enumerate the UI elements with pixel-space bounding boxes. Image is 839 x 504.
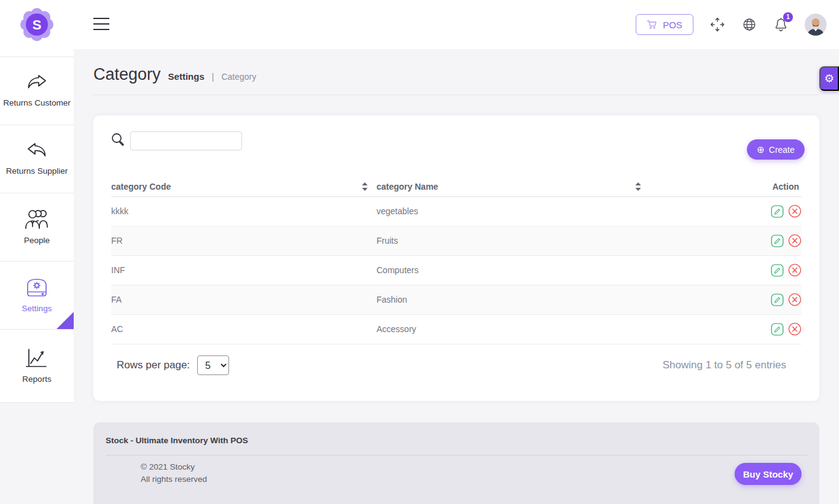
pos-button-label: POS (663, 20, 682, 30)
rows-per-page-label: Rows per page: (117, 359, 190, 371)
breadcrumb-separator: | (212, 72, 214, 82)
sidebar-item-reports[interactable]: Reports (0, 329, 74, 403)
gear-icon: ⚙ (824, 72, 834, 85)
delete-x-icon (788, 322, 802, 336)
people-icon (23, 209, 51, 231)
avatar-photo (805, 14, 827, 36)
copyright-line: © 2021 Stocky (141, 461, 207, 473)
sort-icon[interactable] (362, 182, 368, 191)
header-actions: POS (636, 0, 827, 49)
delete-button[interactable] (788, 322, 802, 336)
delete-x-icon (788, 263, 802, 277)
sidebar-item-settings[interactable]: Settings (0, 261, 74, 329)
sidebar-item-returns-supplier[interactable]: Returns Supplier (0, 125, 74, 193)
category-card: ⊕ Create category Code (93, 115, 819, 401)
delete-button[interactable] (788, 263, 802, 277)
pos-button[interactable]: POS (636, 14, 693, 35)
showing-entries-text: Showing 1 to 5 of 5 entries (663, 359, 786, 371)
active-corner-marker (57, 312, 74, 329)
footer-card: Stock - Ultimate Inventory With POS © 20… (93, 422, 819, 504)
page-title: Category (93, 65, 161, 84)
delete-button[interactable] (788, 204, 802, 218)
cell-category-name: vegetables (377, 196, 650, 226)
top-bar: S POS (0, 0, 839, 49)
undo-arrow-icon (25, 142, 49, 161)
settings-device-icon (25, 277, 49, 299)
cell-category-code: AC (111, 314, 377, 344)
table-header-row: category Code category Name (111, 177, 802, 196)
edit-pencil-icon (771, 205, 784, 218)
sidebar-item-people[interactable]: People (0, 193, 74, 261)
edit-pencil-icon (771, 235, 784, 247)
table-row: AC Accessory (111, 314, 802, 344)
globe-icon (741, 17, 757, 33)
edit-button[interactable] (771, 205, 784, 218)
theme-settings-button[interactable]: ⚙ (819, 66, 839, 91)
delete-x-icon (788, 293, 802, 306)
line-chart-icon (25, 347, 49, 370)
search-input[interactable] (130, 131, 242, 150)
user-avatar[interactable] (805, 14, 827, 36)
buy-stocky-button[interactable]: Buy Stocky (735, 463, 802, 485)
menu-toggle-button[interactable] (93, 18, 109, 31)
edit-button[interactable] (771, 235, 784, 247)
delete-x-icon (788, 234, 802, 247)
table-row: INF Computers (111, 255, 802, 285)
cell-category-name: Accessory (377, 314, 650, 344)
edit-button[interactable] (771, 323, 784, 336)
column-header-category-name[interactable]: category Name (377, 177, 650, 196)
footer-copyright: © 2021 Stocky All rights reserved (141, 461, 207, 486)
cell-category-name: Fruits (377, 226, 650, 255)
notifications-button[interactable]: 1 (773, 17, 789, 33)
redo-arrow-icon (25, 74, 49, 93)
footer-title: Stock - Ultimate Inventory With POS (106, 436, 248, 445)
cart-icon (647, 20, 657, 29)
breadcrumb-current: Category (221, 72, 256, 82)
sidebar-item-returns-customer[interactable]: Returns Customer (0, 56, 74, 125)
plus-circle-icon: ⊕ (757, 145, 765, 154)
create-button-label: Create (769, 145, 795, 155)
page-head-divider (93, 95, 819, 95)
footer-divider (106, 455, 807, 456)
cell-category-name: Computers (377, 255, 650, 285)
sidebar: Returns Customer Returns Supplier (0, 49, 74, 403)
sort-icon[interactable] (635, 182, 641, 191)
search-icon (111, 132, 125, 147)
fullscreen-button[interactable] (709, 17, 725, 33)
edit-button[interactable] (771, 264, 784, 277)
cell-category-code: FA (111, 285, 377, 314)
sidebar-label: Reports (22, 374, 51, 384)
edit-button[interactable] (771, 293, 784, 306)
edit-pencil-icon (771, 293, 784, 306)
edit-pencil-icon (771, 323, 784, 336)
table-row: FR Fruits (111, 226, 802, 255)
cell-category-name: Fashion (377, 285, 650, 314)
create-button[interactable]: ⊕ Create (747, 139, 805, 160)
language-button[interactable] (741, 17, 757, 33)
edit-pencil-icon (771, 264, 784, 277)
page-head: Category Settings | Category (93, 65, 256, 84)
delete-button[interactable] (788, 293, 802, 306)
cell-category-code: kkkk (111, 196, 377, 226)
sidebar-label: People (24, 236, 50, 246)
delete-button[interactable] (788, 234, 802, 247)
column-header-category-code[interactable]: category Code (111, 177, 377, 196)
svg-text:S: S (33, 17, 42, 33)
rows-per-page-select[interactable]: 5 (197, 355, 229, 375)
delete-x-icon (788, 204, 802, 218)
stocky-logo[interactable]: S (20, 7, 54, 42)
sidebar-label: Returns Supplier (6, 166, 68, 176)
table-row: kkkk vegetables (111, 196, 802, 226)
table-row: FA Fashion (111, 285, 802, 314)
rights-line: All rights reserved (141, 473, 207, 486)
stocky-logo-icon: S (20, 7, 54, 42)
app-root: S POS (0, 0, 839, 504)
cell-category-code: FR (111, 226, 377, 255)
cell-category-code: INF (111, 255, 377, 285)
column-header-action: Action (650, 177, 802, 196)
category-table: category Code category Name (111, 177, 802, 344)
breadcrumb-parent[interactable]: Settings (168, 71, 205, 82)
expand-arrows-icon (709, 17, 725, 33)
sidebar-label: Returns Customer (3, 98, 71, 108)
pagination-bar: Rows per page: 5 Showing 1 to 5 of 5 ent… (93, 352, 819, 379)
